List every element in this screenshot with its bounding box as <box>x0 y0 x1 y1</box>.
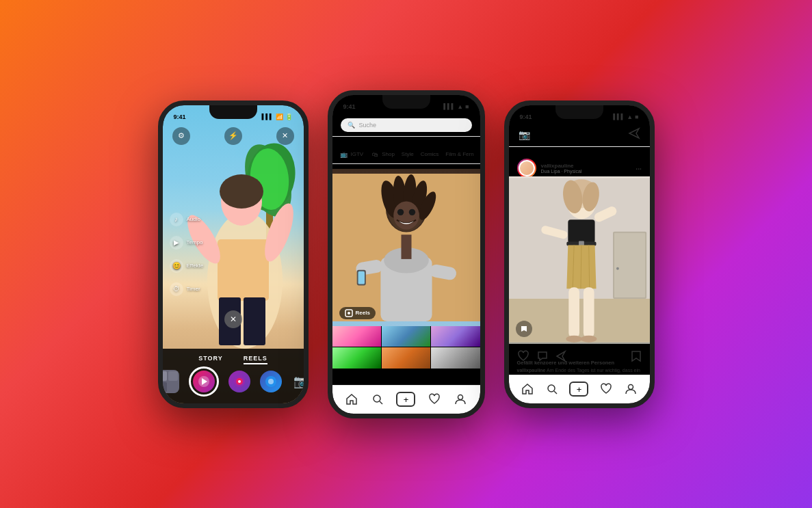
post-options-button[interactable]: ··· <box>636 163 642 174</box>
tempo-menu-item[interactable]: ▶ Tempo <box>170 236 204 250</box>
profile-nav-3[interactable] <box>624 382 638 396</box>
effects-label: Effekte <box>187 263 204 269</box>
effect-button-1[interactable] <box>228 371 250 392</box>
reels-tab[interactable]: REELS <box>244 355 267 364</box>
shop-icon: 🛍 <box>370 150 380 159</box>
effect-button-2[interactable] <box>260 371 282 392</box>
grid-thumb-6[interactable] <box>431 347 480 369</box>
grid-thumb-3[interactable] <box>431 326 480 347</box>
status-time-1: 9:41 <box>174 113 186 120</box>
post-username: vallixpauline <box>541 163 582 169</box>
heart-nav-3[interactable] <box>599 382 613 396</box>
comics-tab[interactable]: Comics <box>421 150 439 159</box>
svg-rect-16 <box>168 382 178 392</box>
timer-menu-item[interactable]: ⏱ Timer <box>170 282 204 296</box>
svg-rect-40 <box>358 271 364 284</box>
home-nav[interactable] <box>345 392 358 406</box>
svg-rect-13 <box>163 371 167 381</box>
search-bar[interactable]: 🔍 Suche <box>341 118 472 132</box>
heart-nav[interactable] <box>428 392 441 406</box>
phone-showcase: 9:41 ▌▌▌ 📶 🔋 ⚙ ⚡ ✕ ♪ Audio <box>158 90 655 418</box>
story-tab[interactable]: STORY <box>198 355 223 364</box>
timer-label: Timer <box>187 286 200 292</box>
send-header-icon[interactable] <box>628 127 640 142</box>
signal-icon-1: ▌▌▌ <box>261 113 273 120</box>
close-button[interactable]: ✕ <box>276 127 294 145</box>
igtv-tab[interactable]: 📺 IGTV <box>339 150 364 159</box>
camera-header-icon[interactable]: 📷 <box>519 129 530 140</box>
effects-icon: 😊 <box>170 259 183 273</box>
svg-line-71 <box>554 391 557 394</box>
shop-label: Shop <box>382 151 395 157</box>
svg-point-6 <box>220 174 263 209</box>
grid-thumb-4[interactable] <box>332 347 381 369</box>
user-avatar[interactable] <box>517 159 536 178</box>
film-tab[interactable]: Film & Fern <box>445 150 473 159</box>
wifi-icon-1: 📶 <box>276 113 283 120</box>
search-placeholder: Suche <box>359 122 377 129</box>
style-tab[interactable]: Style <box>402 150 414 159</box>
status-icons-1: ▌▌▌ 📶 🔋 <box>261 113 292 120</box>
battery-icon-1: 🔋 <box>285 113 293 120</box>
create-nav[interactable]: + <box>396 392 415 407</box>
post-video <box>509 176 650 344</box>
post-song: Dua Lipa · Physical <box>541 169 582 174</box>
svg-point-52 <box>616 267 618 269</box>
timer-icon: ⏱ <box>170 282 183 296</box>
video-content-person <box>332 169 480 326</box>
svg-point-23 <box>268 379 274 384</box>
phone-2-explore: 9:41 ▌▌▌ ▲ ■ 🔍 Suche 📺 IGTV <box>328 90 485 418</box>
flash-button[interactable]: ⚡ <box>224 127 242 145</box>
phone-1-reels-creator: 9:41 ▌▌▌ 📶 🔋 ⚙ ⚡ ✕ ♪ Audio <box>158 101 309 408</box>
svg-point-32 <box>393 201 419 229</box>
record-button[interactable] <box>189 366 219 397</box>
record-inner <box>193 371 215 392</box>
grid-thumb-1[interactable] <box>332 326 381 347</box>
svg-point-34 <box>408 209 415 215</box>
igtv-icon: 📺 <box>339 150 349 159</box>
bottom-creator-bar: STORY REELS <box>163 349 304 403</box>
search-nav[interactable] <box>371 392 384 406</box>
creator-menu: ♪ Audio ▶ Tempo 😊 Effekte ⏱ Timer <box>170 213 204 296</box>
top-controls-1: ⚙ ⚡ ✕ <box>163 127 304 145</box>
battery-icon-3: ■ <box>635 113 638 120</box>
grid-thumb-2[interactable] <box>382 326 430 347</box>
audio-menu-item[interactable]: ♪ Audio <box>170 213 204 226</box>
recording-controls: 📷 <box>163 366 304 397</box>
audio-label: Audio <box>187 216 200 222</box>
status-icons-3: ▌▌▌ ▲ ■ <box>613 113 638 120</box>
style-label: Style <box>402 151 414 157</box>
status-time-3: 9:41 <box>520 113 532 120</box>
create-nav-3[interactable]: + <box>569 382 588 397</box>
igtv-label: IGTV <box>351 151 364 157</box>
notch-3 <box>555 105 603 119</box>
status-time-2: 9:41 <box>343 103 356 110</box>
svg-point-68 <box>566 335 582 342</box>
svg-rect-58 <box>568 219 594 243</box>
profile-nav[interactable] <box>454 392 467 406</box>
gallery-button[interactable] <box>163 370 179 393</box>
effects-menu-item[interactable]: 😊 Effekte <box>170 259 204 273</box>
grid-thumb-5[interactable] <box>382 347 430 369</box>
wifi-icon-3: ▲ <box>627 113 633 120</box>
svg-rect-11 <box>244 297 265 345</box>
reels-label: Reels <box>356 310 370 316</box>
search-nav-3[interactable] <box>545 382 559 396</box>
home-nav-3[interactable] <box>521 382 534 396</box>
instagram-header: 📷 Instagram <box>509 123 650 147</box>
svg-point-43 <box>348 312 350 315</box>
svg-point-69 <box>580 335 597 342</box>
featured-video: Reels <box>332 169 480 326</box>
likes-text: Gefällt kenzoere und weiteren Personen <box>517 360 642 366</box>
post-user-info: vallixpauline Dua Lipa · Physical <box>517 159 582 178</box>
thumbnail-grid <box>332 326 480 369</box>
svg-point-33 <box>397 209 403 215</box>
svg-point-21 <box>238 380 241 383</box>
shop-tab[interactable]: 🛍 Shop <box>370 150 395 159</box>
svg-line-45 <box>380 401 382 404</box>
save-overlay-icon[interactable] <box>516 321 532 337</box>
flip-camera-button[interactable]: 📷 <box>291 372 304 391</box>
svg-point-44 <box>374 395 380 402</box>
cancel-recording-button[interactable]: ✕ <box>224 310 242 328</box>
settings-button[interactable]: ⚙ <box>172 127 190 145</box>
